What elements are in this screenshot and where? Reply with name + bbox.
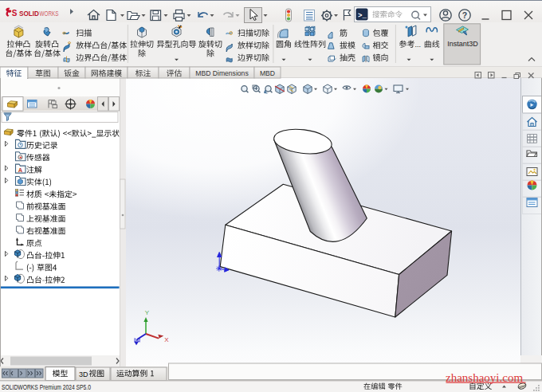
svg-text:X: X bbox=[164, 336, 169, 343]
svg-text:Y: Y bbox=[145, 309, 150, 316]
svg-text:S: S bbox=[12, 9, 18, 18]
svg-text:A: A bbox=[18, 167, 23, 174]
svg-text:SOLIDWORKS Premium 2024 SP5.0: SOLIDWORKS Premium 2024 SP5.0 bbox=[2, 383, 91, 391]
svg-text:>_: >_ bbox=[358, 12, 367, 20]
svg-text:MBD: MBD bbox=[260, 69, 275, 77]
svg-text:?: ? bbox=[462, 10, 467, 20]
svg-text:zhanshaoyi.com: zhanshaoyi.com bbox=[446, 371, 523, 384]
svg-text:SOLID: SOLID bbox=[19, 10, 39, 18]
svg-text:WORKS: WORKS bbox=[40, 10, 59, 18]
svg-text:MBD Dimensions: MBD Dimensions bbox=[195, 69, 248, 77]
svg-text:Instant3D: Instant3D bbox=[447, 40, 478, 48]
svg-text:3D: 3D bbox=[79, 370, 88, 378]
svg-text:...: ... bbox=[415, 41, 422, 49]
